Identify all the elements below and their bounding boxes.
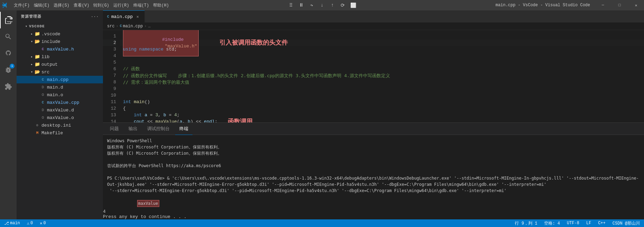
menu-item-H[interactable]: 帮助(H) bbox=[151, 2, 171, 9]
debug-step-over-btn[interactable]: ↷ bbox=[307, 0, 316, 10]
vscode-root-label: VSCODE bbox=[29, 24, 45, 28]
menu-item-G[interactable]: 转到(G) bbox=[91, 2, 111, 9]
activity-git[interactable] bbox=[0, 45, 17, 62]
var-a: a bbox=[142, 112, 148, 118]
status-bar: ⎇ main ⚠ 0 ✕ 0 行 9，列 1 空格: 4 UTF-8 LF C+… bbox=[0, 219, 644, 227]
desktopIni-label: desktop.ini bbox=[41, 123, 71, 128]
debug-restart-btn[interactable]: ⟳ bbox=[338, 0, 348, 10]
tree-item-maxValueH[interactable]: C maxValue.h bbox=[17, 45, 103, 53]
status-indent[interactable]: 空格: 4 bbox=[543, 220, 561, 226]
error-count: 0 bbox=[43, 221, 46, 226]
tree-item-mainCpp[interactable]: C main.cpp bbox=[17, 76, 103, 83]
line-num-10: 10 bbox=[103, 92, 116, 99]
brace-open: { bbox=[123, 105, 126, 112]
activity-search[interactable] bbox=[0, 28, 17, 45]
menu-item-S[interactable]: 选择(S) bbox=[51, 2, 72, 9]
d-file-icon: D bbox=[40, 84, 46, 90]
arg-a: a bbox=[180, 118, 182, 122]
macro-include2: #include bbox=[162, 37, 183, 42]
editor-area: C main.cpp ✕ src › C main.cpp › … 1 2 3 … bbox=[103, 10, 644, 219]
debug-pause-btn[interactable]: ⏸ bbox=[296, 0, 306, 10]
status-branch[interactable]: ⎇ main bbox=[3, 221, 21, 226]
code-line-14: cout << maxValue ( a , b ) << endl ; 函数调… bbox=[120, 118, 644, 122]
terminal-line-5: 尝试新的跨平台 PowerShell https://aka.ms/pscore… bbox=[107, 163, 640, 169]
code-editor[interactable]: 1 2 3 4 5 6 7 8 9 10 11 12 13 14 15 16 1 bbox=[103, 30, 644, 122]
tree-item-lib[interactable]: ▸ 📁 lib bbox=[17, 53, 103, 61]
menu-item-V[interactable]: 查看(V) bbox=[72, 2, 92, 9]
debug-menu-btn[interactable]: ⠿ bbox=[286, 0, 296, 10]
terminal-line-9: maxValue bbox=[107, 194, 640, 207]
status-language[interactable]: C++ bbox=[597, 221, 607, 226]
cursor-position: 行 9，列 1 bbox=[515, 220, 537, 226]
tab-close-btn[interactable]: ✕ bbox=[135, 14, 140, 19]
menu-item-F[interactable]: 文件(F) bbox=[12, 2, 32, 9]
line-num-2: 2 bbox=[103, 39, 116, 46]
line-num-14: 14 bbox=[103, 118, 116, 122]
menu-items: 文件(F)编辑(E)选择(S)查看(V)转到(G)运行(R)终端(T)帮助(H) bbox=[12, 2, 171, 9]
debug-step-into-btn[interactable]: ↓ bbox=[317, 0, 327, 10]
tab-bar: C main.cpp ✕ bbox=[103, 10, 644, 22]
tree-item-mainO[interactable]: O main.o bbox=[17, 91, 103, 99]
tree-item-desktopIni[interactable]: ⚙ desktop.ini bbox=[17, 121, 103, 129]
activity-extensions[interactable] bbox=[0, 78, 17, 95]
debug-toolbar: ⠿ ⏸ ↷ ↓ ↑ ⟳ ⬜ bbox=[286, 0, 358, 10]
panel-tab-terminal[interactable]: 终端 bbox=[175, 123, 192, 135]
panel-tab-debug-console[interactable]: 调试控制台 bbox=[143, 123, 174, 135]
activity-debug[interactable]: 1 bbox=[0, 62, 17, 78]
args: ( bbox=[177, 118, 180, 122]
breadcrumb-src[interactable]: src bbox=[107, 24, 115, 29]
activity-bar: 1 bbox=[0, 10, 17, 219]
tree-item-dotVscode[interactable]: ▸ 📁 .vscode bbox=[17, 30, 103, 38]
breadcrumb-sep2: › bbox=[144, 24, 146, 29]
code-line-11: int main () bbox=[120, 99, 644, 105]
status-errors[interactable]: ✕ 0 bbox=[38, 221, 47, 226]
debug-stop-btn[interactable]: ⬜ bbox=[348, 0, 358, 10]
op-lshift2: << bbox=[193, 118, 204, 122]
menu-item-E[interactable]: 编辑(E) bbox=[32, 2, 52, 9]
menu-item-T[interactable]: 终端(T) bbox=[131, 2, 151, 9]
maximize-btn[interactable]: □ bbox=[612, 0, 627, 10]
tree-item-makefile[interactable]: M Makefile bbox=[17, 129, 103, 137]
tree-item-include[interactable]: ▾ 📂 include bbox=[17, 38, 103, 45]
annotation-funcall: 函数调用 bbox=[228, 118, 253, 122]
chevron-down-icon: ▾ bbox=[23, 24, 29, 28]
code-line-1: #include <iostream> bbox=[120, 33, 644, 39]
sidebar-more-icon[interactable]: ··· bbox=[91, 15, 99, 19]
num-4: 4 bbox=[174, 112, 177, 118]
tree-item-maxValueO[interactable]: O maxValue.o bbox=[17, 114, 103, 121]
code-line-5 bbox=[120, 59, 644, 66]
panel-tab-output[interactable]: 输出 bbox=[124, 123, 142, 135]
folder-icon: 📁 bbox=[35, 31, 40, 37]
tree-item-maxValueD[interactable]: D maxValue.d bbox=[17, 106, 103, 114]
chevron-down-icon: ▾ bbox=[29, 39, 35, 44]
tree-item-src[interactable]: ▾ 📂 src bbox=[17, 68, 103, 76]
panel-tab-problems[interactable]: 问题 bbox=[106, 123, 123, 135]
minimize-btn[interactable]: ─ bbox=[595, 0, 611, 10]
debug-step-out-btn[interactable]: ↑ bbox=[328, 0, 337, 10]
terminal-maxValue-highlight: maxValue bbox=[137, 200, 159, 207]
line-numbers: 1 2 3 4 5 6 7 8 9 10 11 12 13 14 15 16 1 bbox=[103, 30, 120, 122]
kw-namespace: namespace bbox=[139, 46, 163, 53]
status-eol[interactable]: LF bbox=[585, 221, 593, 226]
activity-explorer[interactable] bbox=[0, 12, 17, 28]
mainO-label: main.o bbox=[47, 92, 63, 98]
status-right: 行 9，列 1 空格: 4 UTF-8 LF C++ CSDN @那山川 bbox=[513, 220, 641, 226]
menu-item-R[interactable]: 运行(R) bbox=[111, 2, 131, 9]
header-file-icon: C bbox=[40, 46, 46, 52]
status-warnings[interactable]: ⚠ 0 bbox=[26, 221, 34, 226]
panel-tabs: 问题 输出 调试控制台 终端 bbox=[103, 123, 644, 135]
terminal-content[interactable]: Windows PowerShell 版权所有 (C) Microsoft Co… bbox=[103, 135, 644, 209]
tree-item-mainD[interactable]: D main.d bbox=[17, 83, 103, 91]
code-line-4 bbox=[120, 53, 644, 59]
line-num-8: 8 bbox=[103, 79, 116, 85]
status-encoding[interactable]: UTF-8 bbox=[566, 221, 581, 226]
breadcrumb-filename[interactable]: main.cpp bbox=[123, 24, 143, 29]
close-btn[interactable]: ✕ bbox=[628, 0, 644, 10]
tab-mainCpp[interactable]: C main.cpp ✕ bbox=[103, 10, 145, 22]
status-cursor[interactable]: 行 9，列 1 bbox=[513, 220, 539, 226]
tree-item-maxValueCpp[interactable]: C maxValue.cpp bbox=[17, 99, 103, 106]
mainD-label: main.d bbox=[47, 85, 63, 90]
tree-item-vscode[interactable]: ▾ VSCODE bbox=[17, 22, 103, 30]
tree-item-output[interactable]: ▸ 📁 output bbox=[17, 61, 103, 68]
breadcrumb-ellipsis: … bbox=[148, 24, 151, 29]
